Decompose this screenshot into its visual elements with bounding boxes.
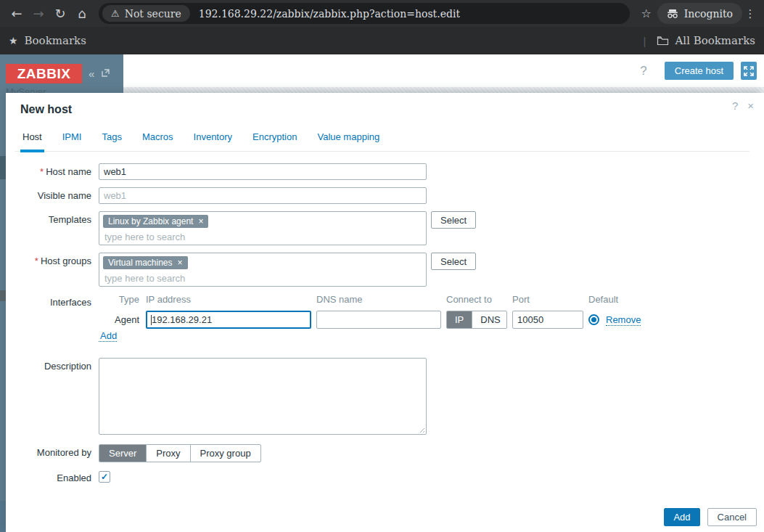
enabled-row: Enabled bbox=[15, 470, 749, 483]
tab-encryption[interactable]: Encryption bbox=[250, 131, 299, 151]
ip-address-input[interactable]: 192.168.29.21 bbox=[146, 311, 311, 329]
bookmarks-bar: ★ Bookmarks | All Bookmarks bbox=[0, 27, 764, 54]
kiosk-mode-icon[interactable] bbox=[741, 62, 757, 80]
templates-search-placeholder: type here to search bbox=[103, 232, 422, 242]
interfaces-table: Type IP address DNS name Connect to Port… bbox=[99, 294, 641, 329]
enabled-checkbox[interactable] bbox=[99, 471, 110, 483]
host-name-row: *Host name bbox=[15, 163, 749, 180]
not-secure-warning-icon: ⚠ bbox=[111, 8, 120, 19]
add-button[interactable]: Add bbox=[664, 508, 699, 526]
interface-type: Agent bbox=[99, 314, 141, 325]
monitored-by-row: Monitored by Server Proxy Proxy group bbox=[15, 444, 749, 462]
bookmarks-star-icon: ★ bbox=[9, 35, 18, 46]
all-bookmarks-label[interactable]: All Bookmarks bbox=[675, 34, 756, 47]
tab-tags[interactable]: Tags bbox=[99, 131, 123, 151]
browser-menu-icon[interactable]: ⋮ bbox=[742, 7, 758, 20]
visible-name-label: Visible name bbox=[15, 187, 99, 201]
monitored-by-server-option[interactable]: Server bbox=[99, 445, 146, 462]
required-mark: * bbox=[40, 166, 44, 177]
sidebar-collapse-icon[interactable]: « bbox=[89, 67, 94, 80]
new-host-dialog: ? × New host Host IPMI Tags Macros Inven… bbox=[6, 93, 764, 532]
connect-to-toggle: IP DNS bbox=[446, 311, 507, 329]
monitored-by-proxy-group-option[interactable]: Proxy group bbox=[190, 445, 260, 462]
dialog-tabs: Host IPMI Tags Macros Inventory Encrypti… bbox=[15, 131, 749, 152]
template-chip-label: Linux by Zabbix agent bbox=[108, 216, 193, 226]
sidebar-popout-icon[interactable] bbox=[101, 67, 110, 80]
tab-ipmi[interactable]: IPMI bbox=[60, 131, 84, 151]
col-ip-address: IP address bbox=[146, 294, 311, 306]
visible-name-input[interactable] bbox=[99, 187, 427, 204]
col-dns-name: DNS name bbox=[316, 294, 441, 306]
template-chip: Linux by Zabbix agent × bbox=[103, 215, 208, 228]
enabled-label: Enabled bbox=[15, 470, 99, 483]
host-groups-row: *Host groups Virtual machines × type her… bbox=[15, 253, 749, 287]
page-help-icon[interactable]: ? bbox=[640, 64, 646, 78]
description-row: Description bbox=[15, 358, 749, 437]
dns-name-input[interactable] bbox=[316, 311, 441, 329]
browser-chrome: ← → ↻ ⌂ ⚠ Not secure 192.168.29.22/zabbi… bbox=[0, 0, 764, 54]
tab-value-mapping[interactable]: Value mapping bbox=[315, 131, 382, 151]
dialog-footer: Add Cancel bbox=[664, 508, 757, 526]
monitored-by-label: Monitored by bbox=[15, 444, 99, 458]
dialog-title: New host bbox=[15, 103, 749, 116]
host-groups-multiselect[interactable]: Virtual machines × type here to search bbox=[99, 253, 427, 287]
dialog-help-icon[interactable]: ? bbox=[732, 99, 738, 112]
connect-to-dns-option[interactable]: DNS bbox=[472, 311, 507, 328]
security-label: Not secure bbox=[125, 8, 181, 20]
ip-address-value: 192.168.29.21 bbox=[152, 314, 212, 325]
interfaces-label: Interfaces bbox=[15, 294, 99, 308]
col-connect-to: Connect to bbox=[446, 294, 507, 306]
folder-icon bbox=[657, 36, 669, 46]
browser-toolbar: ← → ↻ ⌂ ⚠ Not secure 192.168.29.22/zabbi… bbox=[0, 0, 764, 27]
bookmark-star-icon[interactable]: ☆ bbox=[636, 7, 657, 20]
description-textarea[interactable] bbox=[99, 358, 427, 435]
address-bar[interactable]: ⚠ Not secure 192.168.29.22/zabbix/zabbix… bbox=[99, 3, 630, 24]
tab-macros[interactable]: Macros bbox=[140, 131, 176, 151]
host-form: *Host name Visible name Templates Linux … bbox=[15, 163, 749, 483]
incognito-badge: Incognito bbox=[657, 3, 742, 24]
remove-interface-link[interactable]: Remove bbox=[606, 314, 641, 326]
dialog-close-icon[interactable]: × bbox=[747, 99, 754, 112]
incognito-label: Incognito bbox=[684, 8, 733, 20]
zabbix-logo[interactable]: ZABBIX bbox=[6, 64, 82, 83]
templates-select-button[interactable]: Select bbox=[431, 211, 476, 229]
page-background-band bbox=[123, 87, 764, 93]
default-cell: Remove bbox=[588, 314, 641, 326]
templates-row: Templates Linux by Zabbix agent × type h… bbox=[15, 211, 749, 245]
required-mark: * bbox=[35, 255, 38, 266]
visible-name-row: Visible name bbox=[15, 187, 749, 204]
chip-remove-icon[interactable]: × bbox=[198, 216, 203, 226]
tab-inventory[interactable]: Inventory bbox=[192, 131, 234, 151]
zabbix-page: ZABBIX « MyServer ? Create host ? × bbox=[0, 54, 764, 532]
host-name-input[interactable] bbox=[99, 163, 427, 180]
host-group-chip-label: Virtual machines bbox=[108, 258, 173, 268]
templates-label: Templates bbox=[15, 211, 99, 225]
create-host-button[interactable]: Create host bbox=[665, 62, 734, 80]
incognito-icon bbox=[667, 9, 678, 19]
back-icon[interactable]: ← bbox=[6, 6, 28, 21]
default-radio[interactable] bbox=[588, 314, 599, 325]
home-icon[interactable]: ⌂ bbox=[71, 6, 93, 21]
templates-multiselect[interactable]: Linux by Zabbix agent × type here to sea… bbox=[99, 211, 427, 245]
interfaces-row: Interfaces Type IP address DNS name Conn… bbox=[15, 294, 749, 351]
security-chip[interactable]: ⚠ Not secure bbox=[102, 5, 190, 22]
cancel-button[interactable]: Cancel bbox=[707, 508, 757, 526]
forward-icon[interactable]: → bbox=[28, 6, 49, 21]
col-port: Port bbox=[512, 294, 583, 306]
monitored-by-proxy-option[interactable]: Proxy bbox=[146, 445, 189, 462]
reload-icon[interactable]: ↻ bbox=[49, 6, 71, 21]
chip-remove-icon[interactable]: × bbox=[178, 258, 183, 268]
url-text[interactable]: 192.168.29.22/zabbix/zabbix.php?action=h… bbox=[199, 8, 460, 20]
description-label: Description bbox=[15, 358, 99, 372]
add-interface-link[interactable]: Add bbox=[99, 330, 117, 342]
host-groups-select-button[interactable]: Select bbox=[431, 253, 476, 270]
host-group-chip: Virtual machines × bbox=[103, 256, 188, 269]
zabbix-main-header: ? Create host bbox=[123, 54, 764, 87]
tab-host[interactable]: Host bbox=[20, 131, 44, 152]
bookmarks-divider: | bbox=[644, 35, 646, 47]
host-name-label: *Host name bbox=[15, 163, 99, 177]
port-input[interactable] bbox=[512, 311, 583, 329]
bookmarks-label[interactable]: Bookmarks bbox=[25, 34, 86, 47]
connect-to-ip-option[interactable]: IP bbox=[447, 311, 472, 328]
host-groups-label: *Host groups bbox=[15, 253, 99, 266]
